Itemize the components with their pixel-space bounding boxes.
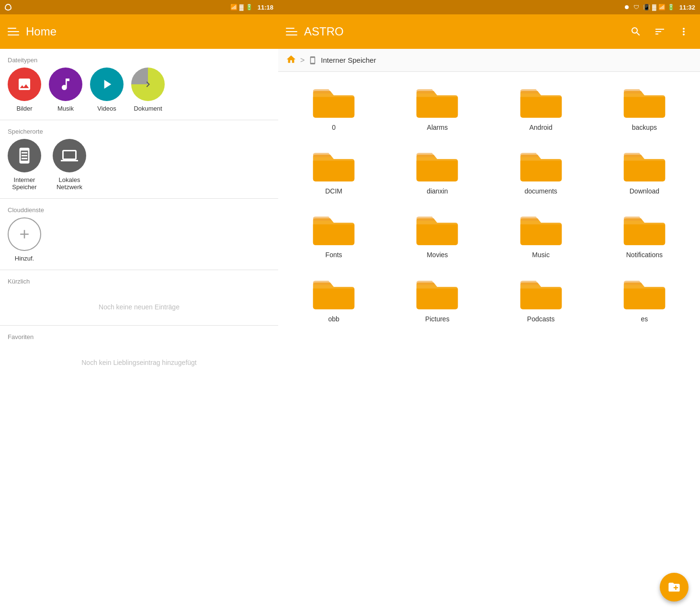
hamburger-menu-icon[interactable] — [8, 28, 19, 35]
right-app-title: ASTRO — [304, 25, 621, 38]
folder-item[interactable]: dianxin — [385, 139, 489, 203]
folder-item[interactable]: Movies — [385, 203, 489, 267]
internal-storage-circle — [8, 139, 41, 172]
favorites-label: Favoriten — [0, 326, 278, 344]
signal-icon-right: 📶 — [658, 4, 666, 11]
signal-icon: 📶 — [230, 4, 237, 11]
right-hamburger-icon[interactable] — [286, 28, 297, 35]
folder-name: Movies — [427, 250, 448, 259]
breadcrumb-separator: > — [300, 56, 305, 65]
folder-name: es — [641, 315, 648, 323]
folder-name: obb — [328, 315, 339, 323]
folder-item[interactable]: documents — [489, 139, 593, 203]
folder-item[interactable]: 0 — [282, 76, 385, 139]
add-cloud-circle — [8, 217, 41, 251]
folder-item[interactable]: Alarms — [385, 76, 489, 139]
shield-icon-right: 🛡 — [633, 4, 639, 11]
right-app-bar: ASTRO — [278, 14, 700, 49]
recent-label: Kürzlich — [0, 270, 278, 289]
battery-icon-right: 🔋 — [667, 4, 675, 11]
folder-icon — [623, 83, 666, 119]
add-folder-fab[interactable] — [660, 573, 689, 602]
wifi-icon-right: ▓ — [652, 4, 656, 11]
right-status-bar: 🛡 📳 ▓ 📶 🔋 11:32 — [278, 0, 700, 14]
local-network-item[interactable]: LokalesNetzwerk — [53, 139, 86, 191]
right-panel: 🛡 📳 ▓ 📶 🔋 11:32 ASTRO > Interner Speiche… — [278, 0, 700, 613]
breadcrumb-path: Interner Speicher — [321, 56, 376, 64]
folder-icon — [312, 147, 355, 183]
folder-icon — [416, 147, 459, 183]
home-icon[interactable] — [286, 54, 296, 67]
folder-item[interactable]: es — [593, 267, 696, 331]
folder-item[interactable]: Fonts — [282, 203, 385, 267]
folder-item[interactable]: Android — [489, 76, 593, 139]
folder-name: Pictures — [425, 315, 450, 323]
search-button[interactable] — [627, 23, 644, 40]
add-cloud-label: Hinzuf. — [15, 255, 34, 262]
folder-name: backups — [632, 123, 657, 132]
folder-item[interactable]: Podcasts — [489, 267, 593, 331]
status-icons: 📶 ▓ 🔋 11:18 — [230, 4, 273, 11]
folder-icon — [623, 275, 666, 311]
folder-item[interactable]: obb — [282, 267, 385, 331]
dokument-label: Dokument — [134, 105, 162, 112]
musik-label: Musik — [57, 105, 74, 112]
filter-button[interactable] — [651, 23, 668, 40]
folder-icon — [519, 211, 563, 247]
left-app-title: Home — [26, 25, 271, 38]
breadcrumb-bar: > Interner Speicher — [278, 49, 700, 72]
musik-circle — [49, 68, 82, 101]
folder-name: Podcasts — [527, 315, 555, 323]
status-time-left: 11:18 — [258, 4, 273, 11]
videos-circle — [90, 68, 124, 101]
file-type-dokument[interactable]: Dokument — [131, 68, 165, 112]
folder-icon — [312, 275, 355, 311]
wifi-icon: ▓ — [239, 4, 244, 11]
folder-name: Alarms — [427, 123, 448, 132]
folder-icon — [312, 211, 355, 247]
folder-icon — [312, 83, 355, 119]
status-time-right: 11:32 — [679, 4, 695, 11]
folder-name: DCIM — [325, 187, 342, 195]
folder-name: dianxin — [427, 187, 448, 195]
file-type-bilder[interactable]: Bilder — [8, 68, 41, 112]
storage-label: Speicherorte — [0, 120, 278, 139]
folder-name: Android — [529, 123, 552, 132]
cloud-row: Hinzuf. — [0, 217, 278, 270]
folder-icon — [416, 83, 459, 119]
storage-icon — [308, 56, 317, 65]
folder-item[interactable]: Music — [489, 203, 593, 267]
left-panel: 📶 ▓ 🔋 11:18 Home Dateitypen Bilder Musik — [0, 0, 278, 613]
left-app-bar: Home — [0, 14, 278, 49]
folder-name: Fonts — [326, 250, 342, 259]
vibrate-icon: 📳 — [643, 4, 650, 11]
folder-grid: 0 Alarms Android backups DCIM dianxin do… — [278, 72, 700, 613]
folder-name: Music — [532, 250, 550, 259]
folder-name: Download — [630, 187, 659, 195]
internal-storage-item[interactable]: InternerSpeicher — [8, 139, 41, 191]
left-status-bar: 📶 ▓ 🔋 11:18 — [0, 0, 278, 14]
file-types-label: Dateitypen — [0, 49, 278, 68]
folder-icon — [519, 83, 563, 119]
folder-item[interactable]: Pictures — [385, 267, 489, 331]
right-panel-container: 0 Alarms Android backups DCIM dianxin do… — [278, 72, 700, 613]
battery-icon: 🔋 — [246, 4, 253, 11]
file-type-musik[interactable]: Musik — [49, 68, 82, 112]
folder-item[interactable]: backups — [593, 76, 696, 139]
dot-icon — [625, 5, 629, 9]
more-options-button[interactable] — [675, 23, 692, 40]
folder-item[interactable]: DCIM — [282, 139, 385, 203]
folder-item[interactable]: Notifications — [593, 203, 696, 267]
file-type-videos[interactable]: Videos — [90, 68, 124, 112]
more-circle — [131, 68, 165, 101]
folder-icon — [519, 275, 563, 311]
folder-name: documents — [524, 187, 557, 195]
recent-empty: Noch keine neuen Einträge — [0, 289, 278, 325]
folder-icon — [623, 211, 666, 247]
local-network-circle — [53, 139, 86, 172]
folder-item[interactable]: Download — [593, 139, 696, 203]
cloud-label: Clouddienste — [0, 199, 278, 217]
local-network-label: LokalesNetzwerk — [56, 176, 82, 191]
add-cloud-item[interactable]: Hinzuf. — [8, 217, 41, 262]
file-types-row: Bilder Musik Videos Dokument — [0, 68, 278, 120]
